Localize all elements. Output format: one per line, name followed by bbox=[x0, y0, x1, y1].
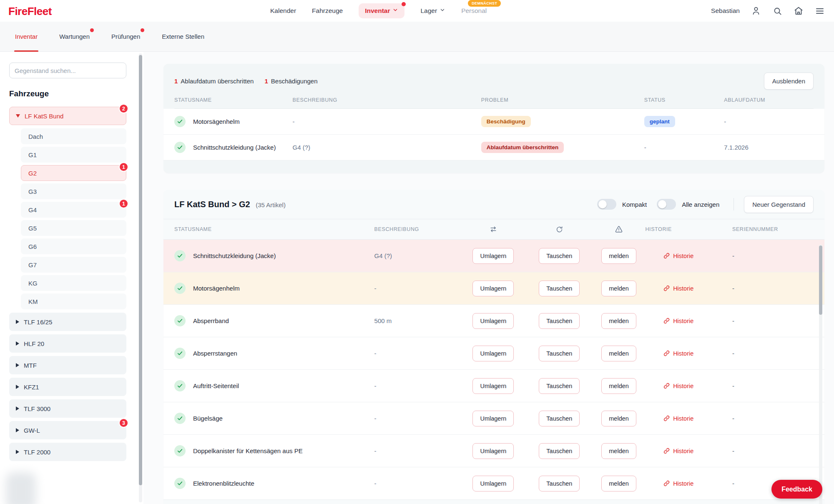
umlagern-button[interactable]: Umlagern bbox=[472, 476, 514, 491]
tab-inventar[interactable]: Inventar bbox=[15, 22, 38, 51]
chevron-collapsed-icon bbox=[16, 428, 19, 432]
umlagern-button[interactable]: Umlagern bbox=[472, 411, 514, 426]
melden-button[interactable]: melden bbox=[601, 476, 636, 491]
tree-item-g3[interactable]: G3 bbox=[21, 183, 126, 199]
umlagern-button[interactable]: Umlagern bbox=[472, 248, 514, 264]
user-icon[interactable] bbox=[751, 6, 761, 16]
melden-button[interactable]: melden bbox=[601, 346, 636, 361]
table-row[interactable]: Absperrband 500 m Umlagern Tauschen meld… bbox=[163, 305, 824, 337]
historie-link[interactable]: Historie bbox=[663, 447, 693, 454]
search-icon[interactable] bbox=[772, 6, 782, 16]
scrollbar-thumb[interactable] bbox=[139, 55, 142, 485]
tauschen-button[interactable]: Tauschen bbox=[539, 313, 580, 329]
table-row[interactable]: Doppelkanister für Kettensägen aus PE - … bbox=[163, 435, 824, 467]
home-icon[interactable] bbox=[794, 6, 804, 16]
new-item-button[interactable]: Neuer Gegenstand bbox=[744, 196, 814, 213]
historie-link[interactable]: Historie bbox=[663, 285, 693, 292]
umlagern-button[interactable]: Umlagern bbox=[472, 313, 514, 329]
kompakt-toggle[interactable] bbox=[597, 199, 616, 210]
table-row[interactable]: Absperrstangen - Umlagern Tauschen melde… bbox=[163, 337, 824, 370]
tauschen-button[interactable]: Tauschen bbox=[539, 248, 580, 264]
table-row[interactable]: Auftritt-Seitenteil - Umlagern Tauschen … bbox=[163, 370, 824, 402]
tab-externe-stellen[interactable]: Externe Stellen bbox=[162, 22, 204, 51]
tree-item-tlf-3000[interactable]: TLF 3000 bbox=[9, 399, 126, 418]
brand-logo[interactable]: FireFleet bbox=[8, 5, 52, 18]
table-row[interactable]: Motorsägenhelm - Umlagern Tauschen melde… bbox=[163, 272, 824, 305]
table-row[interactable]: Motorsägenhelm - Beschädigung geplant - bbox=[163, 109, 824, 135]
hide-alerts-button[interactable]: Ausblenden bbox=[764, 73, 814, 90]
tree-item-g2[interactable]: G2 1 bbox=[21, 165, 126, 181]
table-scrollbar-thumb[interactable] bbox=[819, 246, 822, 315]
tauschen-button[interactable]: Tauschen bbox=[539, 281, 580, 296]
nav-item-fahrzeuge[interactable]: Fahrzeuge bbox=[312, 7, 343, 15]
table-row[interactable]: Schnittschutzkleidung (Jacke) G4 (?) Abl… bbox=[163, 135, 824, 160]
alert-count: 1 bbox=[174, 78, 178, 85]
tree-item-hlf-20[interactable]: HLF 20 bbox=[9, 334, 126, 353]
melden-button[interactable]: melden bbox=[601, 248, 636, 264]
chevron-collapsed-icon bbox=[16, 341, 19, 346]
status-badge: geplant bbox=[644, 116, 675, 127]
tree-item-g7[interactable]: G7 bbox=[21, 257, 126, 273]
tree-item-kfz1[interactable]: KFZ1 bbox=[9, 378, 126, 396]
tree-item-mtf[interactable]: MTF bbox=[9, 356, 126, 374]
historie-link[interactable]: Historie bbox=[663, 317, 693, 324]
tree-item-kg[interactable]: KG bbox=[21, 275, 126, 291]
tree-item-g4[interactable]: G4 1 bbox=[21, 202, 126, 218]
tree-item-label: MTF bbox=[24, 362, 37, 369]
search-input[interactable] bbox=[9, 63, 126, 78]
count-badge: 3 bbox=[119, 418, 128, 428]
nav-item-lager[interactable]: Lager bbox=[420, 7, 445, 15]
historie-link[interactable]: Historie bbox=[663, 382, 693, 389]
melden-button[interactable]: melden bbox=[601, 411, 636, 426]
tauschen-button[interactable]: Tauschen bbox=[539, 346, 580, 361]
tab-wartungen[interactable]: Wartungen bbox=[59, 22, 90, 51]
table-row[interactable]: Schnittschutzkleidung (Jacke) G4 (?) Uml… bbox=[163, 240, 824, 272]
column-header-problem: PROBLEM bbox=[481, 97, 644, 103]
historie-link[interactable]: Historie bbox=[663, 350, 693, 357]
inventory-table-body: Schnittschutzkleidung (Jacke) G4 (?) Uml… bbox=[163, 240, 824, 500]
tree-item-dach[interactable]: Dach bbox=[21, 128, 126, 144]
menu-icon[interactable] bbox=[815, 6, 825, 16]
feedback-button[interactable]: Feedback bbox=[771, 480, 822, 499]
umlagern-button[interactable]: Umlagern bbox=[472, 346, 514, 361]
table-row[interactable]: Bügelsäge - Umlagern Tauschen melden His… bbox=[163, 402, 824, 435]
historie-link[interactable]: Historie bbox=[663, 480, 693, 487]
umlagern-button[interactable]: Umlagern bbox=[472, 443, 514, 459]
tree-item-tlf-2000[interactable]: TLF 2000 bbox=[9, 443, 126, 461]
breadcrumb-path: LF KatS Bund > G2 bbox=[174, 200, 250, 209]
tree-item-gw-l[interactable]: GW-L 3 bbox=[9, 421, 126, 439]
melden-button[interactable]: melden bbox=[601, 313, 636, 329]
historie-link[interactable]: Historie bbox=[663, 415, 693, 422]
status-ok-icon bbox=[174, 283, 186, 294]
link-chain-icon bbox=[663, 252, 670, 259]
melden-button[interactable]: melden bbox=[601, 443, 636, 459]
historie-link[interactable]: Historie bbox=[663, 252, 693, 259]
item-name: Doppelkanister für Kettensägen aus PE bbox=[193, 447, 303, 454]
tree-item-g6[interactable]: G6 bbox=[21, 238, 126, 254]
melden-button[interactable]: melden bbox=[601, 378, 636, 394]
melden-button[interactable]: melden bbox=[601, 281, 636, 296]
item-description: - bbox=[374, 350, 460, 357]
table-row[interactable]: Elektronenblitzleuchte - Umlagern Tausch… bbox=[163, 467, 824, 500]
column-header-beschreibung: BESCHREIBUNG bbox=[374, 226, 460, 232]
tree-item-g5[interactable]: G5 bbox=[21, 220, 126, 236]
alle-anzeigen-toggle[interactable] bbox=[657, 199, 676, 210]
user-name[interactable]: Sebastian bbox=[711, 7, 740, 15]
tab-pruefungen[interactable]: Prüfungen bbox=[111, 22, 140, 51]
umlagern-button[interactable]: Umlagern bbox=[472, 281, 514, 296]
tauschen-button[interactable]: Tauschen bbox=[539, 411, 580, 426]
tree-item-km[interactable]: KM bbox=[21, 293, 126, 309]
umlagern-button[interactable]: Umlagern bbox=[472, 378, 514, 394]
link-chain-icon bbox=[663, 350, 670, 357]
nav-label-inventar: Inventar bbox=[365, 7, 390, 15]
nav-item-inventar[interactable]: Inventar bbox=[359, 3, 404, 18]
tauschen-button[interactable]: Tauschen bbox=[539, 476, 580, 491]
nav-item-kalender[interactable]: Kalender bbox=[270, 7, 296, 15]
alert-damage-count: 1 Beschädigungen bbox=[264, 78, 317, 85]
tree-item-g1[interactable]: G1 bbox=[21, 147, 126, 163]
tree-item-tlf-16-25[interactable]: TLF 16/25 bbox=[9, 313, 126, 331]
tree-item-lf-kats-bund[interactable]: LF KatS Bund 2 bbox=[9, 107, 126, 125]
toggle-knob bbox=[598, 200, 607, 208]
tauschen-button[interactable]: Tauschen bbox=[539, 443, 580, 459]
tauschen-button[interactable]: Tauschen bbox=[539, 378, 580, 394]
